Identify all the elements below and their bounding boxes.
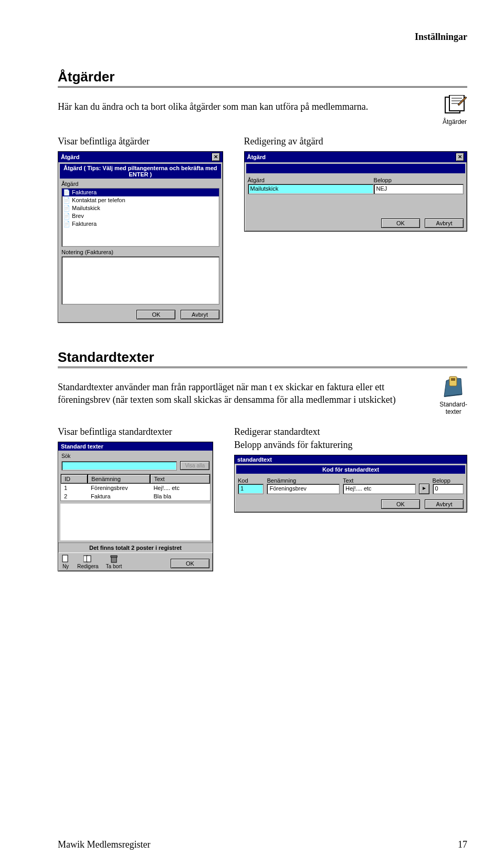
section-desc: Här kan du ändra och ta bort olika åtgär… xyxy=(58,100,426,113)
footer-left: Mawik Medlemsregister xyxy=(58,839,150,850)
ok-button[interactable]: OK xyxy=(171,559,209,568)
col-header[interactable]: ID xyxy=(61,474,88,484)
caption-right-2b: Belopp används för fakturering xyxy=(234,440,467,451)
heading-atgarder: Åtgärder xyxy=(58,69,467,85)
belopp-input[interactable]: NEJ xyxy=(374,184,464,194)
page-number: 17 xyxy=(458,839,467,850)
dlg-title: Åtgärd xyxy=(61,154,79,160)
list-item[interactable]: 📄 Brev xyxy=(62,212,219,220)
belopp-input[interactable]: 0 xyxy=(433,484,464,494)
benamning-input[interactable]: Föreningsbrev xyxy=(267,484,340,494)
close-icon[interactable]: ✕ xyxy=(456,153,464,161)
close-icon[interactable]: ✕ xyxy=(212,153,220,161)
standardtexter-icon-label: Standard- texter xyxy=(439,401,467,415)
caption-left-1: Visar befintliga åtgärder xyxy=(58,136,223,147)
list-item[interactable]: 📄 Kontaktat per telefon xyxy=(62,196,219,204)
dialog-standardtexter-list: Standard texter Sök Visa alla ID Benämni… xyxy=(58,442,213,571)
cell: 2 xyxy=(61,492,88,500)
ok-button[interactable]: OK xyxy=(381,499,420,509)
edit-button[interactable]: Redigera xyxy=(77,555,99,569)
heading-standardtexter: Standardtexter xyxy=(58,349,467,366)
atgard-listbox[interactable]: 📄 Fakturera 📄 Kontaktat per telefon 📄 Ma… xyxy=(61,188,219,247)
delete-button[interactable]: Ta bort xyxy=(106,555,122,569)
new-button[interactable]: Ny xyxy=(61,555,70,569)
list-item[interactable]: 📄 Mailutskick xyxy=(62,204,219,212)
status-bar: Det finns totalt 2 poster i registret xyxy=(58,542,213,552)
cell: Faktura xyxy=(88,492,150,500)
field-label-belopp: Belopp xyxy=(433,477,464,484)
svg-rect-5 xyxy=(449,377,457,386)
cancel-button[interactable]: Avbryt xyxy=(425,218,464,228)
list-item[interactable]: 📄 Fakturera xyxy=(62,220,219,228)
show-all-button[interactable]: Visa alla xyxy=(180,461,209,470)
divider xyxy=(58,86,467,88)
dialog-standardtext-edit: standardtext Kod för standardtext Kod 1 … xyxy=(234,455,467,513)
cell: Hej!.... etc xyxy=(150,484,210,492)
cell: Föreningsbrev xyxy=(88,484,150,492)
empty-area xyxy=(60,503,211,540)
ok-button[interactable]: OK xyxy=(381,218,420,228)
note-label: Notering (Fakturera) xyxy=(61,249,219,255)
svg-rect-1 xyxy=(449,95,464,111)
table-row[interactable]: 2 Faktura Bla bla xyxy=(61,492,210,500)
expand-text-button[interactable]: ▸ xyxy=(419,484,429,494)
cell: Bla bla xyxy=(150,492,210,500)
cell: 1 xyxy=(61,484,88,492)
svg-rect-6 xyxy=(451,378,455,381)
search-label: Sök xyxy=(61,453,70,459)
atgarder-icon-label: Åtgärder xyxy=(443,118,467,126)
ok-button[interactable]: OK xyxy=(136,310,175,319)
dlg-title: standardtext xyxy=(237,456,272,463)
list-item[interactable]: 📄 Fakturera xyxy=(62,189,219,196)
text-input[interactable]: Hej!.... etc xyxy=(343,484,416,494)
list-label: Åtgärd xyxy=(61,181,219,187)
svg-rect-11 xyxy=(111,557,117,562)
field-label-text: Text xyxy=(343,477,416,484)
dlg-subtitle: Åtgärd ( Tips: Välj med piltangenterna o… xyxy=(60,164,221,179)
standardtexter-icon: Standard- texter xyxy=(439,375,467,415)
svg-rect-8 xyxy=(62,555,68,562)
note-textarea[interactable] xyxy=(61,256,219,305)
field-label-belopp: Belopp xyxy=(374,177,464,183)
table-row[interactable]: 1 Föreningsbrev Hej!.... etc xyxy=(61,484,210,492)
caption-right-1: Redigering av åtgärd xyxy=(244,136,468,147)
col-header[interactable]: Benämning xyxy=(88,474,150,484)
search-input[interactable] xyxy=(61,461,177,471)
standardtext-table: ID Benämning Text 1 Föreningsbrev Hej!..… xyxy=(60,474,211,501)
cancel-button[interactable]: Avbryt xyxy=(425,499,464,509)
svg-rect-10 xyxy=(87,556,91,562)
dlg-subtitle: Kod för standardtext xyxy=(236,465,465,474)
caption-right-2a: Redigerar standardtext xyxy=(234,426,467,437)
dialog-atgard-list: Åtgärd ✕ Åtgärd ( Tips: Välj med piltang… xyxy=(58,151,223,323)
page-header: Inställningar xyxy=(58,32,467,43)
col-header[interactable]: Text xyxy=(150,474,210,484)
field-label-kod: Kod xyxy=(238,477,264,484)
caption-left-2: Visar befintliga standardtexter xyxy=(58,426,213,437)
svg-rect-12 xyxy=(111,556,117,557)
field-label-benamning: Benämning xyxy=(267,477,340,484)
field-label-atgard: Åtgärd xyxy=(248,177,374,183)
section-desc: Standardtexter använder man från rapport… xyxy=(58,381,424,406)
cancel-button[interactable]: Avbryt xyxy=(181,310,219,319)
atgard-input[interactable]: Mailutskick xyxy=(248,184,374,194)
dlg-title: Åtgärd xyxy=(247,154,266,160)
dlg-subtitle xyxy=(246,164,466,173)
dlg-title: Standard texter xyxy=(61,443,103,450)
dialog-atgard-edit: Åtgärd ✕ Åtgärd Mailutskick Belopp NEJ xyxy=(244,151,468,232)
kod-input[interactable]: 1 xyxy=(238,484,264,494)
divider xyxy=(58,367,467,368)
atgarder-icon: Åtgärder xyxy=(442,95,467,126)
